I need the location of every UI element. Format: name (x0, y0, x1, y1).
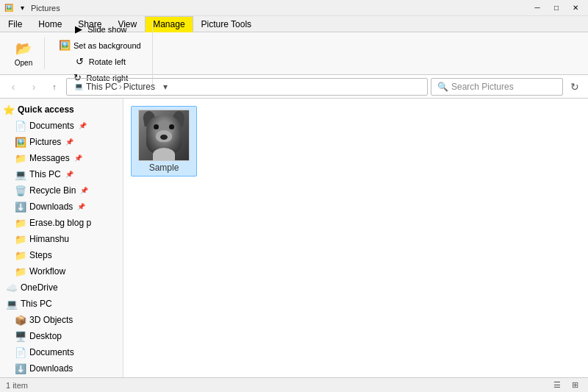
file-label-sample: Sample (149, 163, 179, 173)
steps-icon: 📁 (15, 249, 26, 261)
quickaccess-icon: ⭐ (3, 104, 15, 115)
address-folder-icon: 💻 (73, 81, 85, 93)
address-bar: ‹ › ↑ 💻 This PC › Pictures ▾ 🔍 Search Pi… (0, 75, 588, 99)
maximize-button[interactable]: □ (547, 0, 566, 16)
breadcrumb: 💻 This PC › Pictures (73, 81, 155, 93)
desktop-icon: 🖥️ (15, 330, 26, 342)
ribbon-group-preview: ▶ Slide show 🖼️ Set as background ↺ Rota… (51, 21, 153, 86)
open-icon: 📂 (15, 40, 32, 57)
title-bar: 🖼️ ▾ Pictures ─ □ ✕ (0, 0, 588, 16)
pictures-qs-icon: 🖼️ (15, 136, 26, 148)
content-area[interactable]: Sample (123, 99, 588, 377)
sidebar-section-onedrive[interactable]: ☁️ OneDrive (0, 279, 123, 296)
3dobjects-icon: 📦 (15, 314, 26, 326)
tab-picture-tools[interactable]: Picture Tools (193, 16, 259, 32)
sidebar-item-recyclebin[interactable]: 🗑️ Recycle Bin 📌 (0, 182, 123, 199)
sidebar-item-himanshu[interactable]: 📁 Himanshu (0, 231, 123, 247)
app-icon: 🖼️ (3, 2, 15, 14)
sidebar-item-desktop[interactable]: 🖥️ Desktop (0, 328, 123, 344)
sidebar-section-thispc[interactable]: 💻 This PC (0, 296, 123, 312)
quick-access-icon[interactable]: ▾ (16, 2, 28, 14)
downloads-qs-icon: ⬇️ (15, 201, 26, 213)
workflow-icon: 📁 (15, 266, 26, 277)
file-item-sample[interactable]: Sample (131, 106, 197, 177)
tab-file[interactable]: File (0, 16, 30, 32)
himanshu-icon: 📁 (15, 233, 26, 245)
sidebar-section-quickaccess[interactable]: ⭐ Quick access (0, 101, 123, 118)
thispc-qs-icon: 💻 (15, 168, 26, 180)
erasebg-icon: 📁 (15, 217, 26, 229)
sidebar-item-music[interactable]: 🎵 Music (0, 377, 123, 377)
onedrive-icon: ☁️ (6, 282, 18, 293)
bread-thispc[interactable]: This PC (86, 82, 118, 92)
setbackground-button[interactable]: 🖼️ Set as background (54, 38, 146, 54)
dog-image (139, 110, 189, 161)
sidebar-item-pictures[interactable]: 🖼️ Pictures 📌 (0, 134, 123, 150)
view-list-button[interactable]: ☰ (550, 379, 564, 392)
messages-icon: 📁 (15, 152, 26, 164)
rotate-left-button[interactable]: ↺ Rotate left (69, 54, 131, 70)
sidebar-item-messages[interactable]: 📁 Messages 📌 (0, 150, 123, 166)
view-grid-button[interactable]: ⊞ (567, 379, 582, 392)
address-input[interactable]: 💻 This PC › Pictures ▾ (66, 78, 428, 96)
forward-button[interactable]: › (25, 78, 43, 96)
up-button[interactable]: ↑ (46, 78, 63, 96)
sidebar-item-3dobjects[interactable]: 📦 3D Objects (0, 312, 123, 328)
sidebar-item-documents-pc[interactable]: 📄 Documents (0, 344, 123, 360)
title-text: Pictures (31, 4, 528, 13)
sidebar-item-downloads-pc[interactable]: ⬇️ Downloads (0, 360, 123, 377)
status-view-controls: ☰ ⊞ (550, 379, 582, 392)
address-dropdown-icon[interactable]: ▾ (158, 78, 173, 96)
sidebar-item-erasebg[interactable]: 📁 Erase.bg blog p (0, 215, 123, 231)
bread-pictures[interactable]: Pictures (123, 82, 155, 92)
refresh-button[interactable]: ↻ (566, 78, 584, 96)
sidebar-item-documents[interactable]: 📄 Documents 📌 (0, 118, 123, 134)
ribbon-bar: 📂 Open ▶ Slide show 🖼️ Set as background… (0, 32, 588, 75)
documents-pc-icon: 📄 (15, 346, 26, 358)
open-button[interactable]: 📂 Open (9, 38, 38, 69)
back-button[interactable]: ‹ (4, 78, 22, 96)
search-icon: 🔍 (437, 82, 448, 92)
status-bar: 1 item ☰ ⊞ (0, 377, 588, 392)
recyclebin-icon: 🗑️ (15, 185, 26, 196)
sidebar-item-thispc-qs[interactable]: 💻 This PC 📌 (0, 166, 123, 182)
window-controls: ─ □ ✕ (528, 0, 585, 16)
thispc-main-icon: 💻 (6, 298, 18, 310)
title-bar-icons: 🖼️ ▾ (3, 2, 28, 14)
search-box[interactable]: 🔍 Search Pictures (431, 78, 563, 96)
background-icon: 🖼️ (59, 40, 71, 51)
sidebar-item-steps[interactable]: 📁 Steps (0, 247, 123, 263)
sidebar-item-downloads-qs[interactable]: ⬇️ Downloads 📌 (0, 199, 123, 215)
ribbon-group-open: 📂 Open (6, 38, 45, 69)
documents-icon: 📄 (15, 120, 26, 132)
slideshow-button[interactable]: ▶ Slide show (68, 21, 132, 38)
sidebar: ⭐ Quick access 📄 Documents 📌 🖼️ Pictures… (0, 99, 123, 377)
rotate-left-icon: ↺ (74, 56, 86, 68)
sidebar-item-workflow[interactable]: 📁 Workflow (0, 263, 123, 279)
close-button[interactable]: ✕ (566, 0, 585, 16)
minimize-button[interactable]: ─ (528, 0, 547, 16)
slideshow-icon: ▶ (73, 24, 85, 35)
status-text: 1 item (6, 381, 28, 390)
file-thumbnail-sample (138, 110, 190, 161)
downloads-pc-icon: ⬇️ (15, 363, 26, 374)
main-area: ⭐ Quick access 📄 Documents 📌 🖼️ Pictures… (0, 99, 588, 377)
